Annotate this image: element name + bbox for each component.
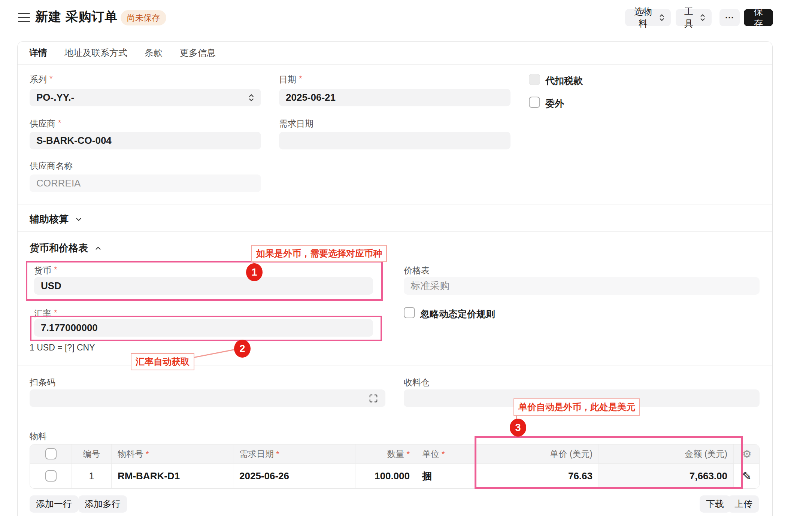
- row-idx-cell: 1: [72, 464, 111, 488]
- add-row-button[interactable]: 添加一行: [30, 495, 78, 513]
- row-checkbox[interactable]: [45, 470, 57, 482]
- chevron-updown-icon: [248, 93, 254, 103]
- required-marker: *: [49, 75, 53, 83]
- annotation-balloon-2: 2: [234, 340, 251, 358]
- date-input[interactable]: 2025-06-21: [279, 89, 510, 106]
- tab-address-contact[interactable]: 地址及联系方式: [64, 47, 127, 59]
- save-button[interactable]: 保存: [744, 9, 773, 26]
- annotation-note-3: 单价自动是外币，此处是美元: [513, 398, 640, 416]
- chevron-updown-icon: [659, 13, 665, 22]
- select-all-checkbox[interactable]: [45, 448, 57, 459]
- series-label: 系列*: [30, 74, 53, 85]
- chevron-updown-icon: [700, 13, 706, 22]
- price-list-input[interactable]: 标准采购: [404, 277, 760, 295]
- required-by-label: 需求日期: [279, 118, 313, 130]
- section-divider: [18, 204, 772, 204]
- series-value: PO-.YY.-: [36, 92, 248, 103]
- scan-barcode-label: 扫条码: [30, 377, 55, 388]
- row-qty-cell[interactable]: 100.000: [355, 464, 416, 488]
- ignore-pricing-rule-checkbox[interactable]: [404, 307, 415, 318]
- col-rate: 单价 (美元): [473, 444, 599, 464]
- row-amount-cell: 7,663.00: [599, 464, 733, 488]
- barcode-scan-icon[interactable]: [368, 393, 379, 404]
- required-marker: *: [54, 265, 57, 274]
- exchange-rate-input[interactable]: 7.177000000: [34, 319, 373, 337]
- col-item-code: 物料号*: [111, 444, 233, 464]
- tabs-divider: [18, 64, 772, 65]
- select-items-button[interactable]: 选物料: [625, 9, 671, 26]
- tab-more-info[interactable]: 更多信息: [180, 47, 216, 59]
- tab-details[interactable]: 详情: [29, 47, 47, 59]
- exchange-rate-help: 1 USD = [?] CNY: [30, 343, 95, 353]
- tools-label: 工具: [682, 6, 696, 30]
- col-qty: 数量*: [355, 444, 416, 464]
- tab-terms[interactable]: 条款: [145, 47, 163, 59]
- supplier-name-label: 供应商名称: [30, 160, 73, 172]
- chevron-up-icon: [94, 244, 102, 252]
- supplier-value: S-BARK-CO-004: [36, 135, 112, 146]
- required-by-input[interactable]: [279, 132, 510, 149]
- date-label: 日期*: [279, 74, 302, 85]
- price-list-value: 标准采购: [410, 279, 449, 292]
- annotation-balloon-1: 1: [246, 263, 263, 281]
- required-marker: *: [54, 309, 57, 317]
- required-marker: *: [406, 450, 410, 458]
- currency-input[interactable]: USD: [34, 277, 373, 295]
- status-badge: 尚未保存: [121, 10, 166, 25]
- items-table: 编号 物料号* 需求日期* 数量* 单位* 单价 (美元) 金额 (美元) ⚙ …: [30, 444, 760, 489]
- purchase-order-page: 新建 采购订单 尚未保存 选物料 工具 ··· 保存 详情 地址及联系方式 条款…: [0, 0, 812, 516]
- warehouse-label: 收料仓: [404, 377, 430, 388]
- exchange-rate-value: 7.177000000: [41, 322, 98, 334]
- currency-section-toggle[interactable]: 货币和价格表: [30, 242, 102, 255]
- required-marker: *: [276, 450, 279, 458]
- edit-row-icon[interactable]: ✎: [742, 470, 751, 483]
- form-tabs: 详情 地址及联系方式 条款 更多信息: [29, 41, 216, 64]
- col-amount: 金额 (美元): [599, 444, 733, 464]
- subcontracted-checkbox[interactable]: [529, 97, 540, 108]
- tools-button[interactable]: 工具: [676, 9, 712, 26]
- supplier-input[interactable]: S-BARK-CO-004: [30, 132, 261, 149]
- items-table-label: 物料: [30, 431, 47, 442]
- row-required-by-cell[interactable]: 2025-06-26: [233, 464, 355, 488]
- gear-icon[interactable]: ⚙: [742, 448, 751, 460]
- col-uom: 单位*: [416, 444, 473, 464]
- row-edit-cell: ✎: [733, 464, 760, 488]
- apply-tds-label: 代扣税款: [545, 75, 583, 87]
- table-settings-header-cell: ⚙: [733, 444, 760, 464]
- annotation-note-1: 如果是外币，需要选择对应币种: [251, 245, 387, 262]
- accounting-dimensions-section-toggle[interactable]: 辅助核算: [30, 213, 83, 226]
- supplier-name-value: CORREIA: [36, 177, 81, 189]
- page-title: 新建 采购订单: [35, 8, 118, 25]
- chevron-down-icon: [75, 215, 83, 224]
- select-items-label: 选物料: [631, 6, 655, 30]
- col-idx: 编号: [72, 444, 111, 464]
- row-item-code-cell[interactable]: RM-BARK-D1: [111, 464, 233, 488]
- row-uom-cell[interactable]: 捆: [416, 464, 473, 488]
- scan-barcode-input[interactable]: [30, 389, 385, 407]
- required-marker: *: [299, 75, 302, 83]
- select-all-header-cell: [30, 444, 72, 464]
- upload-button[interactable]: 上传: [728, 495, 759, 513]
- subcontracted-label: 委外: [545, 97, 564, 110]
- currency-label: 货币*: [34, 265, 57, 276]
- annotation-note-2: 汇率自动获取: [131, 353, 194, 370]
- apply-tds-checkbox: [529, 74, 540, 85]
- more-menu-button[interactable]: ···: [719, 9, 740, 26]
- currency-section-title: 货币和价格表: [30, 242, 88, 255]
- supplier-name-field: CORREIA: [30, 174, 261, 192]
- required-marker: *: [58, 119, 61, 127]
- required-marker: *: [442, 450, 445, 458]
- exchange-rate-label: 汇率*: [34, 308, 57, 319]
- ignore-pricing-rule-label: 忽略动态定价规则: [420, 308, 495, 320]
- series-select[interactable]: PO-.YY.-: [30, 89, 261, 106]
- menu-icon[interactable]: [18, 10, 33, 25]
- price-list-label: 价格表: [404, 265, 430, 276]
- section-divider: [18, 231, 772, 232]
- date-value: 2025-06-21: [286, 92, 336, 103]
- col-required-by: 需求日期*: [233, 444, 355, 464]
- add-multiple-button[interactable]: 添加多行: [78, 495, 127, 513]
- accounting-dimensions-title: 辅助核算: [30, 213, 69, 226]
- required-marker: *: [146, 450, 149, 458]
- row-rate-cell[interactable]: 76.63: [473, 464, 599, 488]
- download-button[interactable]: 下载: [700, 495, 730, 513]
